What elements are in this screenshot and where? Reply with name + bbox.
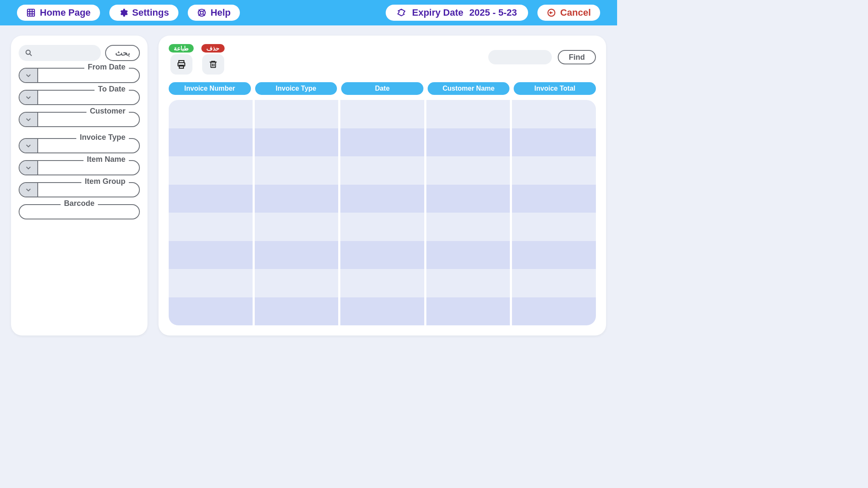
svg-rect-16 bbox=[179, 65, 184, 68]
data-grid bbox=[169, 100, 596, 325]
chevron-down-icon bbox=[25, 186, 32, 193]
cancel-label: Cancel bbox=[560, 7, 591, 18]
trash-icon bbox=[209, 60, 218, 69]
item-group-legend: Item Group bbox=[81, 177, 129, 186]
item-name-legend: Item Name bbox=[83, 155, 129, 164]
ticket-icon bbox=[397, 8, 406, 17]
col-invoice-type[interactable]: Invoice Type bbox=[255, 82, 337, 95]
search-button-label: بحث bbox=[115, 48, 130, 58]
delete-tag: حذف bbox=[201, 44, 225, 53]
item-name-dropdown-handle[interactable] bbox=[19, 161, 38, 175]
filter-panel: بحث From Date To Date Customer bbox=[11, 36, 147, 336]
search-button[interactable]: بحث bbox=[105, 45, 140, 61]
col-invoice-number[interactable]: Invoice Number bbox=[169, 82, 251, 95]
data-panel: طباعة حذف bbox=[159, 36, 606, 336]
item-group-field[interactable]: Item Group bbox=[19, 182, 140, 197]
to-date-field[interactable]: To Date bbox=[19, 90, 140, 105]
find-button-label: Find bbox=[569, 53, 585, 62]
barcode-legend: Barcode bbox=[61, 199, 98, 208]
settings-button[interactable]: Settings bbox=[109, 5, 178, 21]
topbar: Home Page Settings Help Expiry Date 2025… bbox=[0, 0, 617, 25]
chevron-down-icon bbox=[25, 116, 32, 123]
from-date-dropdown-handle[interactable] bbox=[19, 69, 38, 82]
search-icon bbox=[25, 49, 33, 57]
exit-icon bbox=[547, 8, 556, 17]
chevron-down-icon bbox=[25, 164, 32, 171]
grid-icon bbox=[26, 8, 36, 17]
from-date-field[interactable]: From Date bbox=[19, 68, 140, 83]
cancel-button[interactable]: Cancel bbox=[537, 5, 600, 21]
svg-point-12 bbox=[26, 50, 30, 54]
gear-icon bbox=[119, 8, 128, 17]
customer-field[interactable]: Customer bbox=[19, 112, 140, 127]
quick-search-input[interactable] bbox=[19, 45, 101, 61]
home-label: Home Page bbox=[40, 7, 91, 18]
chevron-down-icon bbox=[25, 142, 32, 149]
print-action: طباعة bbox=[169, 44, 194, 75]
help-button[interactable]: Help bbox=[188, 5, 240, 21]
home-button[interactable]: Home Page bbox=[17, 5, 100, 21]
print-button[interactable] bbox=[170, 54, 192, 75]
find-input[interactable] bbox=[488, 50, 552, 64]
customer-legend: Customer bbox=[86, 107, 129, 116]
find-button[interactable]: Find bbox=[558, 50, 596, 64]
delete-action: حذف bbox=[201, 44, 225, 75]
svg-rect-17 bbox=[211, 62, 215, 68]
column-headers: Invoice Number Invoice Type Date Custome… bbox=[169, 82, 596, 95]
expiry-pill: Expiry Date 2025 - 5-23 bbox=[386, 5, 528, 21]
svg-line-13 bbox=[30, 54, 32, 56]
to-date-legend: To Date bbox=[95, 85, 129, 94]
lifebuoy-icon bbox=[197, 8, 206, 17]
svg-point-6 bbox=[200, 11, 203, 14]
expiry-value: 2025 - 5-23 bbox=[469, 7, 517, 18]
customer-dropdown-handle[interactable] bbox=[19, 113, 38, 126]
svg-rect-0 bbox=[28, 9, 35, 17]
print-tag: طباعة bbox=[169, 44, 194, 53]
item-group-dropdown-handle[interactable] bbox=[19, 183, 38, 197]
printer-icon bbox=[176, 59, 186, 69]
chevron-down-icon bbox=[25, 72, 32, 79]
col-date[interactable]: Date bbox=[341, 82, 423, 95]
help-label: Help bbox=[211, 7, 231, 18]
col-customer-name[interactable]: Customer Name bbox=[428, 82, 510, 95]
item-name-field[interactable]: Item Name bbox=[19, 160, 140, 175]
col-invoice-total[interactable]: Invoice Total bbox=[514, 82, 596, 95]
chevron-down-icon bbox=[25, 94, 32, 101]
expiry-label: Expiry Date bbox=[412, 7, 463, 18]
from-date-legend: From Date bbox=[84, 63, 129, 72]
settings-label: Settings bbox=[132, 7, 169, 18]
to-date-dropdown-handle[interactable] bbox=[19, 91, 38, 104]
invoice-type-dropdown-handle[interactable] bbox=[19, 139, 38, 152]
invoice-type-legend: Invoice Type bbox=[76, 133, 129, 142]
invoice-type-field[interactable]: Invoice Type bbox=[19, 138, 140, 153]
delete-button[interactable] bbox=[202, 54, 224, 75]
barcode-field[interactable]: Barcode bbox=[19, 204, 140, 219]
